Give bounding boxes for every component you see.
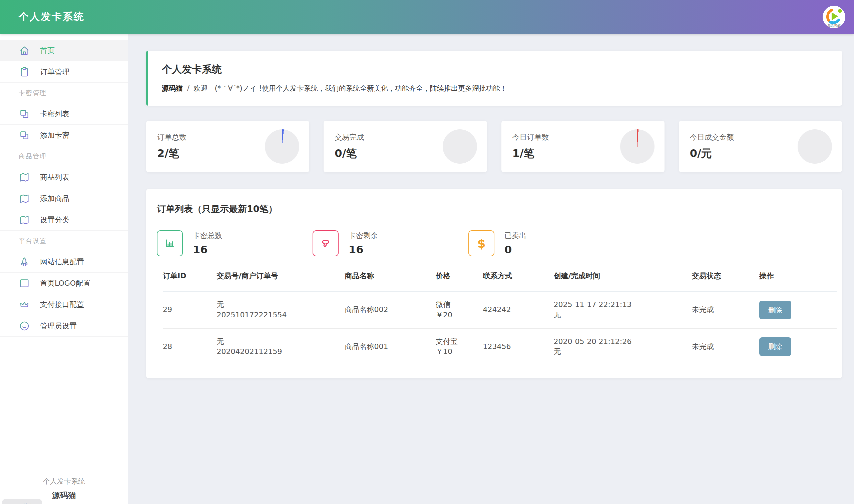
summary-sold: $ 已卖出 0 [468, 230, 624, 256]
welcome-separator: / [185, 84, 191, 92]
cell-actions: 删除 [759, 291, 837, 328]
pie-chart [265, 129, 299, 164]
summary-label: 已卖出 [504, 231, 526, 241]
sidebar-item-label: 网站信息配置 [40, 257, 84, 267]
cell-actions: 删除 [759, 328, 837, 365]
main-content: 个人发卡系统 源码猫 / 欢迎ー(*｀∀´*)ノイ !使用个人发卡系统，我们的系… [128, 34, 854, 504]
col-time: 创建/完成时间 [554, 271, 692, 291]
welcome-title: 个人发卡系统 [162, 63, 828, 76]
sidebar-item-label: 商品列表 [40, 172, 69, 182]
col-price: 价格 [436, 271, 483, 291]
copy-icon [19, 108, 30, 120]
stat-cards-row: 订单总数 2/笔 交易完成 0/笔 今日订单数 1/笔 今日成交金额 0/元 [146, 121, 842, 172]
cell-trade-no: 无 202510172221554 [217, 291, 345, 328]
crown-icon [19, 299, 30, 310]
map-icon [19, 214, 30, 226]
welcome-card: 个人发卡系统 源码猫 / 欢迎ー(*｀∀´*)ノイ !使用个人发卡系统，我们的系… [146, 51, 842, 106]
summary-cards-remaining: 卡密剩余 16 [313, 230, 468, 256]
sidebar-item-product-add[interactable]: 添加商品 [0, 188, 128, 209]
sidebar-item-label: 管理员设置 [40, 321, 77, 331]
app-title: 个人发卡系统 [19, 10, 823, 24]
sidebar-item-payment-config[interactable]: 支付接口配置 [0, 294, 128, 315]
col-order-id: 订单ID [163, 271, 217, 291]
card-summary-row: 卡密总数 16 卡密剩余 16 [157, 230, 837, 256]
sidebar-item-label: 设置分类 [40, 215, 69, 225]
col-status: 交易状态 [692, 271, 759, 291]
cell-order-id: 29 [163, 291, 217, 328]
cell-price: 支付宝 ￥10 [436, 328, 483, 365]
stat-card-today-amount: 今日成交金额 0/元 [679, 121, 842, 172]
bar-chart-icon [157, 230, 183, 256]
play-logo-icon: 腾讯视频 [823, 6, 845, 28]
col-product: 商品名称 [345, 271, 436, 291]
status-badge: 未完成 [692, 291, 759, 328]
summary-value: 16 [193, 243, 222, 256]
sidebar-item-card-add[interactable]: 添加卡密 [0, 125, 128, 146]
cell-product: 商品名称001 [345, 328, 436, 365]
pie-chart [443, 129, 477, 164]
rocket-icon [19, 256, 30, 268]
col-actions: 操作 [759, 271, 837, 291]
cell-order-id: 28 [163, 328, 217, 365]
summary-value: 0 [504, 243, 526, 256]
order-list-title: 订单列表（只显示最新10笔） [157, 203, 837, 215]
welcome-brand: 源码猫 [162, 84, 183, 92]
status-badge: 未完成 [692, 328, 759, 365]
stat-card-total-orders: 订单总数 2/笔 [146, 121, 309, 172]
col-contact: 联系方式 [483, 271, 554, 291]
home-icon [19, 45, 30, 56]
sidebar-item-orders[interactable]: 订单管理 [0, 61, 128, 83]
sidebar-footer: 个人发卡系统 源码猫 [0, 477, 128, 501]
dollar-icon: $ [468, 230, 494, 256]
summary-label: 卡密剩余 [349, 231, 378, 241]
sidebar-section-cards: 卡密管理 [0, 83, 128, 103]
sidebar: 首页 订单管理 卡密管理 卡密列表 添加卡密 [0, 34, 128, 504]
table-row: 28 无 20204202112159 商品名称001 支付宝 ￥10 1234… [163, 328, 837, 365]
col-trade-no: 交易号/商户订单号 [217, 271, 345, 291]
stat-card-today-orders: 今日订单数 1/笔 [501, 121, 664, 172]
layout-icon [19, 278, 30, 289]
sidebar-item-label: 订单管理 [40, 67, 69, 77]
delete-button[interactable]: 删除 [759, 301, 791, 319]
cell-product: 商品名称002 [345, 291, 436, 328]
cell-price: 微信 ￥20 [436, 291, 483, 328]
sidebar-item-label: 添加商品 [40, 194, 69, 204]
sidebar-item-label: 支付接口配置 [40, 300, 84, 310]
summary-total-cards: 卡密总数 16 [157, 230, 313, 256]
sidebar-item-site-config[interactable]: 网站信息配置 [0, 251, 128, 273]
sidebar-item-admin-settings[interactable]: 管理员设置 [0, 315, 128, 337]
cell-contact: 424242 [483, 291, 554, 328]
copy-icon [19, 130, 30, 141]
svg-text:腾讯视频: 腾讯视频 [827, 24, 841, 28]
order-list-card: 订单列表（只显示最新10笔） 卡密总数 16 [146, 189, 842, 378]
sidebar-nav: 首页 订单管理 卡密管理 卡密列表 添加卡密 [0, 34, 128, 337]
sidebar-item-label: 首页LOGO配置 [40, 278, 90, 288]
cell-contact: 123456 [483, 328, 554, 365]
sidebar-item-product-list[interactable]: 商品列表 [0, 167, 128, 188]
stat-card-completed: 交易完成 0/笔 [324, 121, 487, 172]
sidebar-item-logo-config[interactable]: 首页LOGO配置 [0, 273, 128, 294]
sidebar-item-label: 添加卡密 [40, 130, 69, 140]
show-menu-button[interactable]: 显示菜单 [2, 499, 42, 504]
brand-avatar[interactable]: 腾讯视频 [823, 6, 845, 28]
welcome-subtitle: 源码猫 / 欢迎ー(*｀∀´*)ノイ !使用个人发卡系统，我们的系统全新美化，功… [162, 84, 828, 93]
summary-label: 卡密总数 [193, 231, 222, 241]
sidebar-footer-app-name: 个人发卡系统 [0, 477, 128, 486]
sidebar-section-products: 商品管理 [0, 146, 128, 167]
cell-trade-no: 无 20204202112159 [217, 328, 345, 365]
delete-button[interactable]: 删除 [759, 337, 791, 356]
summary-value: 16 [349, 243, 378, 256]
sidebar-item-categories[interactable]: 设置分类 [0, 209, 128, 231]
welcome-message: 欢迎ー(*｀∀´*)ノイ !使用个人发卡系统，我们的系统全新美化，功能齐全，陆续… [193, 84, 507, 92]
sidebar-item-card-list[interactable]: 卡密列表 [0, 103, 128, 125]
top-header: 个人发卡系统 腾讯视频 [0, 0, 854, 34]
clipboard-icon [19, 66, 30, 78]
cell-time: 2025-11-17 22:21:13 无 [554, 291, 692, 328]
table-row: 29 无 202510172221554 商品名称002 微信 ￥20 4242… [163, 291, 837, 328]
cell-time: 2020-05-20 21:12:26 无 [554, 328, 692, 365]
map-icon [19, 193, 30, 204]
scanner-icon [313, 230, 338, 256]
table-header-row: 订单ID 交易号/商户订单号 商品名称 价格 联系方式 创建/完成时间 交易状态… [163, 271, 837, 291]
pie-chart [798, 129, 832, 164]
sidebar-item-home[interactable]: 首页 [0, 40, 128, 61]
